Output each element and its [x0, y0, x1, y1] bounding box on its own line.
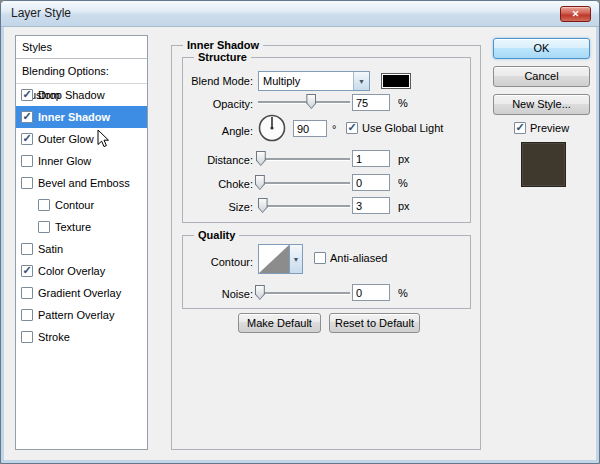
sidebar-item-label: Bevel and Emboss: [38, 177, 130, 189]
blend-mode-select[interactable]: Multiply ▼: [258, 71, 370, 91]
sidebar-item-outer-glow[interactable]: ✓ Outer Glow: [16, 128, 147, 150]
chevron-down-icon: ▼: [293, 256, 300, 263]
sidebar-item-contour[interactable]: ✓ Contour: [16, 194, 147, 216]
slider-thumb[interactable]: [306, 94, 316, 109]
checkbox[interactable]: ✓: [514, 122, 526, 134]
slider-track[interactable]: [258, 182, 350, 184]
contour-label: Contour:: [171, 256, 253, 268]
checkbox[interactable]: ✓: [21, 177, 33, 189]
contour-dropdown-button[interactable]: ▼: [290, 244, 303, 274]
checkbox[interactable]: ✓: [21, 331, 33, 343]
angle-unit: °: [332, 123, 336, 135]
reset-to-default-button[interactable]: Reset to Default: [329, 313, 420, 333]
slider-thumb[interactable]: [256, 151, 266, 166]
choke-input[interactable]: [352, 174, 390, 191]
sidebar-item-label: Texture: [55, 221, 91, 233]
checkbox[interactable]: ✓: [21, 287, 33, 299]
slider-track[interactable]: [258, 292, 350, 294]
slider-track[interactable]: [258, 101, 350, 103]
sidebar-item-texture[interactable]: ✓ Texture: [16, 216, 147, 238]
sidebar-item-blending-options[interactable]: Blending Options: Custom: [16, 59, 147, 84]
checkbox[interactable]: ✓: [346, 122, 358, 134]
angle-label: Angle:: [171, 125, 253, 137]
slider-thumb[interactable]: [258, 198, 268, 213]
close-button[interactable]: ✕: [560, 6, 591, 22]
layer-style-window: Layer Style ✕ Styles Blending Options: C…: [0, 0, 600, 464]
checkbox[interactable]: ✓: [38, 221, 50, 233]
sidebar-item-label: Outer Glow: [38, 133, 94, 145]
opacity-input[interactable]: [352, 94, 390, 111]
contour-picker[interactable]: [258, 244, 290, 274]
distance-unit: px: [398, 153, 410, 165]
styles-panel: Styles Blending Options: Custom ✓ Drop S…: [15, 35, 148, 450]
angle-input[interactable]: [293, 120, 327, 137]
sidebar-item-label: Gradient Overlay: [38, 287, 121, 299]
check-icon: ✓: [515, 122, 524, 133]
opacity-slider[interactable]: [258, 94, 350, 110]
sidebar-item-label: Contour: [55, 199, 94, 211]
sidebar-item-stroke[interactable]: ✓ Stroke: [16, 326, 147, 348]
sidebar-item-label: Inner Glow: [38, 155, 91, 167]
checkbox[interactable]: ✓: [38, 199, 50, 211]
sidebar-item-label: Satin: [38, 243, 63, 255]
check-icon: ✓: [22, 265, 31, 276]
slider-track[interactable]: [258, 158, 350, 160]
check-icon: ✓: [22, 111, 31, 122]
checkbox[interactable]: ✓: [21, 111, 33, 123]
ok-button[interactable]: OK: [493, 38, 590, 59]
check-icon: ✓: [22, 133, 31, 144]
titlebar[interactable]: Layer Style ✕: [1, 1, 599, 27]
shadow-color-swatch[interactable]: [381, 73, 411, 89]
choke-slider[interactable]: [258, 175, 350, 191]
chevron-down-icon[interactable]: ▼: [353, 72, 369, 90]
distance-slider[interactable]: [258, 151, 350, 167]
preview-label: Preview: [530, 122, 569, 134]
size-label: Size:: [171, 201, 253, 213]
sidebar-item-label: Inner Shadow: [38, 111, 110, 123]
sidebar-item-inner-glow[interactable]: ✓ Inner Glow: [16, 150, 147, 172]
distance-label: Distance:: [171, 154, 253, 166]
noise-label: Noise:: [171, 288, 253, 300]
sidebar-item-color-overlay[interactable]: ✓ Color Overlay: [16, 260, 147, 282]
check-icon: ✓: [22, 89, 31, 100]
opacity-label: Opacity:: [171, 98, 253, 110]
checkbox[interactable]: ✓: [314, 252, 326, 264]
opacity-unit: %: [398, 97, 408, 109]
size-input[interactable]: [352, 197, 390, 214]
noise-slider[interactable]: [258, 285, 350, 301]
new-style-button[interactable]: New Style...: [493, 94, 590, 115]
window-title: Layer Style: [11, 1, 71, 26]
style-preview-swatch: [521, 142, 566, 187]
size-slider[interactable]: [258, 198, 350, 214]
noise-unit: %: [398, 287, 408, 299]
quality-group-title: Quality: [194, 228, 239, 242]
sidebar-item-bevel-and-emboss[interactable]: ✓ Bevel and Emboss: [16, 172, 147, 194]
check-icon: ✓: [347, 122, 356, 133]
sidebar-item-label: Pattern Overlay: [38, 309, 114, 321]
noise-input[interactable]: [352, 284, 390, 301]
choke-label: Choke:: [171, 178, 253, 190]
checkbox[interactable]: ✓: [21, 243, 33, 255]
distance-input[interactable]: [352, 150, 390, 167]
checkbox[interactable]: ✓: [21, 309, 33, 321]
contour-thumbnail-icon: [259, 245, 289, 273]
blend-mode-label: Blend Mode:: [171, 75, 253, 87]
sidebar-item-gradient-overlay[interactable]: ✓ Gradient Overlay: [16, 282, 147, 304]
checkbox[interactable]: ✓: [21, 89, 33, 101]
slider-track[interactable]: [258, 205, 350, 207]
cancel-button[interactable]: Cancel: [493, 66, 590, 87]
sidebar-item-label: Stroke: [38, 331, 70, 343]
sidebar-item-styles[interactable]: Styles: [16, 36, 147, 59]
use-global-light-checkbox[interactable]: ✓ Use Global Light: [346, 122, 443, 134]
size-unit: px: [398, 200, 410, 212]
checkbox[interactable]: ✓: [21, 133, 33, 145]
sidebar-item-inner-shadow[interactable]: ✓ Inner Shadow: [16, 106, 147, 128]
close-icon: ✕: [572, 9, 580, 19]
checkbox[interactable]: ✓: [21, 155, 33, 167]
sidebar-item-satin[interactable]: ✓ Satin: [16, 238, 147, 260]
anti-aliased-checkbox[interactable]: ✓ Anti-aliased: [314, 252, 387, 264]
checkbox[interactable]: ✓: [21, 265, 33, 277]
make-default-button[interactable]: Make Default: [238, 313, 321, 333]
sidebar-item-pattern-overlay[interactable]: ✓ Pattern Overlay: [16, 304, 147, 326]
preview-checkbox[interactable]: ✓ Preview: [514, 122, 569, 134]
